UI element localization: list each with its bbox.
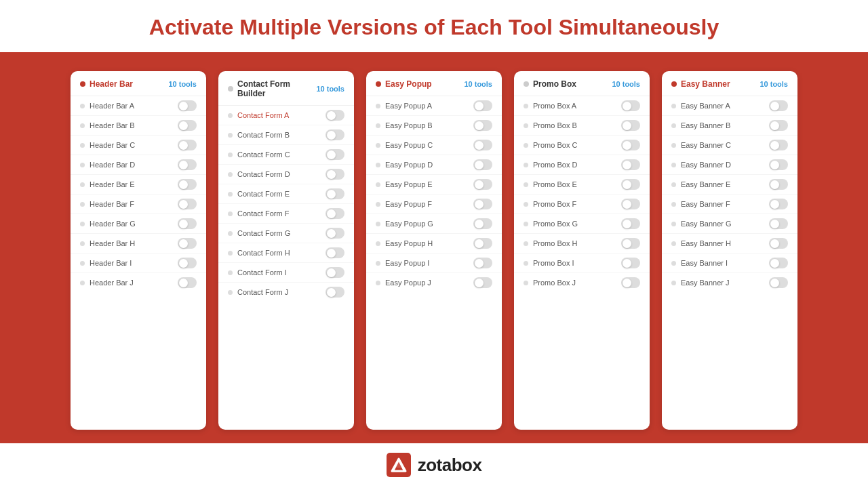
card-title-contact-form: Contact Form Builder [237, 79, 316, 98]
toggle-switch[interactable] [769, 179, 788, 190]
toggle-switch[interactable] [326, 208, 344, 219]
toggle-switch[interactable] [621, 179, 640, 190]
card-easy-banner: Easy Banner10 toolsEasy Banner AEasy Ban… [662, 71, 797, 430]
list-item: Easy Popup J [366, 273, 502, 292]
toggle-switch[interactable] [178, 120, 197, 131]
list-item: Contact Form F [218, 204, 354, 224]
toggle-switch[interactable] [621, 218, 640, 229]
list-item: Header Bar G [71, 214, 206, 234]
item-dot [80, 163, 85, 167]
item-label: Easy Popup A [385, 102, 432, 110]
item-label: Promo Box G [533, 220, 578, 228]
toggle-switch[interactable] [178, 218, 197, 229]
toggle-switch[interactable] [769, 199, 788, 209]
toggle-switch[interactable] [178, 100, 197, 111]
toggle-switch[interactable] [769, 100, 788, 111]
list-item: Easy Banner B [662, 116, 797, 136]
toggle-switch[interactable] [473, 179, 492, 190]
list-item: Header Bar C [71, 136, 206, 155]
toggle-switch[interactable] [178, 199, 197, 209]
toggle-switch[interactable] [326, 267, 344, 278]
toggle-switch[interactable] [621, 277, 640, 288]
item-dot [671, 222, 676, 226]
toggle-switch[interactable] [178, 159, 197, 170]
card-dot-header-bar [80, 81, 85, 87]
card-title-header-bar: Header Bar [90, 79, 133, 89]
toggle-switch[interactable] [178, 179, 197, 190]
toggle-switch[interactable] [621, 258, 640, 268]
toggle-switch[interactable] [326, 129, 344, 140]
list-item: Easy Popup F [366, 195, 502, 214]
item-dot [376, 222, 380, 226]
toggle-switch[interactable] [769, 258, 788, 268]
toggle-switch[interactable] [473, 238, 492, 249]
toggle-switch[interactable] [473, 159, 492, 170]
item-label: Easy Popup E [385, 180, 433, 188]
list-item: Contact Form E [218, 184, 354, 204]
toggle-switch[interactable] [621, 159, 640, 170]
toggle-switch[interactable] [178, 258, 197, 268]
item-dot [376, 202, 380, 207]
toggle-switch[interactable] [473, 120, 492, 131]
list-item: Contact Form B [218, 125, 354, 145]
cards-container: Header Bar10 toolsHeader Bar AHeader Bar… [0, 52, 868, 443]
card-title-promo-box: Promo Box [533, 79, 576, 89]
item-dot [671, 202, 676, 207]
toggle-switch[interactable] [769, 277, 788, 288]
list-item: Easy Banner E [662, 175, 797, 195]
item-label: Promo Box D [533, 161, 577, 169]
item-dot [228, 172, 233, 177]
item-label: Header Bar C [90, 141, 135, 149]
toggle-switch[interactable] [473, 258, 492, 268]
item-dot [228, 152, 233, 157]
list-item: Header Bar A [71, 96, 206, 116]
toggle-switch[interactable] [621, 199, 640, 209]
toggle-switch[interactable] [473, 140, 492, 150]
toggle-switch[interactable] [178, 277, 197, 288]
card-title-easy-banner: Easy Banner [681, 79, 730, 89]
toggle-switch[interactable] [473, 100, 492, 111]
toggle-switch[interactable] [621, 100, 640, 111]
toggle-switch[interactable] [769, 140, 788, 150]
item-label: Easy Popup F [385, 200, 432, 208]
list-item: Easy Banner F [662, 195, 797, 214]
toggle-switch[interactable] [621, 238, 640, 249]
list-item: Easy Banner J [662, 273, 797, 292]
list-item: Contact Form C [218, 145, 354, 165]
zotabox-logo-text: zotabox [418, 455, 482, 476]
item-dot [671, 182, 676, 187]
list-item: Contact Form D [218, 165, 354, 184]
toggle-switch[interactable] [326, 287, 344, 298]
list-item: Easy Popup H [366, 234, 502, 253]
toggle-switch[interactable] [473, 218, 492, 229]
list-item: Easy Banner I [662, 253, 797, 273]
list-item: Promo Box J [514, 273, 650, 292]
card-contact-form: Contact Form Builder10 toolsContact Form… [218, 71, 354, 430]
toggle-switch[interactable] [473, 199, 492, 209]
toggle-switch[interactable] [178, 238, 197, 249]
toggle-switch[interactable] [769, 159, 788, 170]
toggle-switch[interactable] [473, 277, 492, 288]
toggle-switch[interactable] [621, 140, 640, 150]
item-dot [376, 281, 380, 285]
toggle-switch[interactable] [326, 247, 344, 258]
item-dot [524, 123, 528, 128]
list-item: Contact Form J [218, 283, 354, 302]
item-label: Easy Banner G [681, 220, 732, 228]
toggle-switch[interactable] [326, 149, 344, 160]
toggle-switch[interactable] [326, 169, 344, 180]
item-dot [80, 202, 85, 207]
toggle-switch[interactable] [769, 218, 788, 229]
toggle-switch[interactable] [178, 140, 197, 150]
toggle-switch[interactable] [769, 238, 788, 249]
card-header-easy-banner: Easy Banner10 tools [662, 71, 797, 96]
item-label: Contact Form B [237, 131, 290, 139]
toggle-switch[interactable] [326, 228, 344, 239]
toggle-switch[interactable] [326, 188, 344, 199]
main-background: Header Bar10 toolsHeader Bar AHeader Bar… [0, 52, 868, 443]
toggle-switch[interactable] [621, 120, 640, 131]
item-label: Header Bar E [90, 180, 135, 188]
toggle-switch[interactable] [326, 110, 344, 121]
toggle-switch[interactable] [769, 120, 788, 131]
card-items-promo-box: Promo Box APromo Box BPromo Box CPromo B… [514, 96, 650, 292]
